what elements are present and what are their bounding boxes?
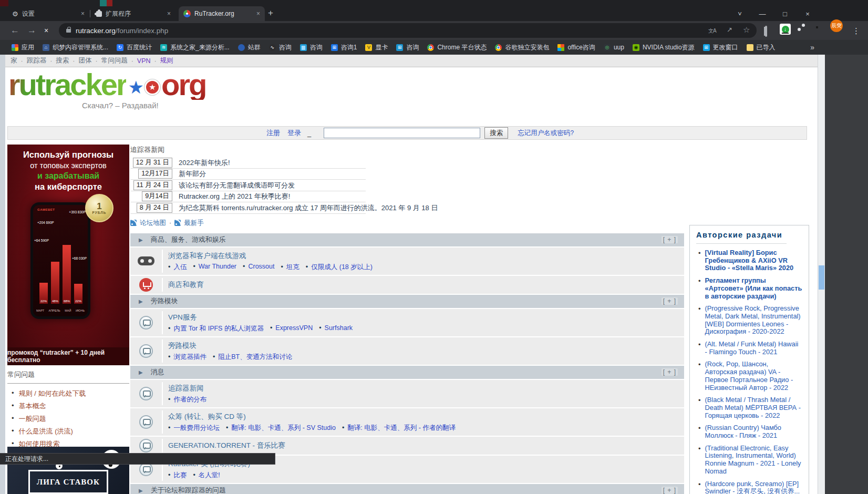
release-link[interactable]: [Virtual Reality] Борис Гребенщиков & AX… xyxy=(705,249,802,272)
forum-link[interactable]: 浏览器和客户端在线游戏 xyxy=(168,252,246,260)
subforum-link[interactable]: 入伍 xyxy=(173,263,187,271)
bookmark-item[interactable]: ↻ 百度统计 xyxy=(112,42,156,53)
lock-icon[interactable] xyxy=(66,29,71,33)
page-scrollbar[interactable] xyxy=(818,55,825,494)
chevron-down-icon[interactable]: ˅ xyxy=(736,10,744,18)
subforum-link[interactable]: Crossout xyxy=(248,263,274,270)
bookmark-item[interactable]: 应用 xyxy=(7,42,38,53)
category-header[interactable]: ▶ 商品、服务、游戏和娱乐 [ + ] xyxy=(130,233,684,246)
release-link[interactable]: (Progressive Rock, Progressive Metal, Da… xyxy=(705,305,802,336)
forgot-password-link[interactable]: 忘记用户名或密码? xyxy=(518,129,574,138)
release-link[interactable]: (Traditional Electronic, Easy Listening,… xyxy=(705,445,802,476)
bookmark-item[interactable]: Chrome 平台状态 xyxy=(423,42,491,53)
close-icon[interactable]: × xyxy=(256,10,260,17)
expand-button[interactable]: [ + ] xyxy=(662,487,678,494)
bookmark-item[interactable]: ⊞ 咨询 xyxy=(392,42,423,53)
forum-link[interactable]: 商店和教育 xyxy=(168,281,204,289)
subforum-link[interactable]: ExpressVPN xyxy=(275,324,313,332)
subforum-link[interactable]: 翻译: 电影、卡通、系列 - SV Studio xyxy=(231,424,336,431)
scrollbar-thumb[interactable] xyxy=(819,265,824,290)
forum-link[interactable]: 追踪器新闻 xyxy=(168,384,204,392)
subforum-link[interactable]: 阻止BT、变通方法和讨论 xyxy=(218,353,292,361)
subforum-link[interactable]: 仅限成人 (18 岁以上) xyxy=(311,263,373,271)
category-header[interactable]: ▶ 旁路模块 [ + ] xyxy=(130,295,684,308)
nav-link[interactable]: 搜索 xyxy=(56,56,69,65)
newbie-link[interactable]: 最新手 xyxy=(184,219,204,228)
download-manager-extension-icon[interactable]: ↓ xyxy=(780,25,791,36)
browser-menu-icon[interactable]: ⋮ xyxy=(852,26,860,36)
release-link[interactable]: (Black Metal / Thrash Metal / Death Meta… xyxy=(705,396,802,419)
release-link[interactable]: (Hardcore punk, Screamo) [EP] Swindler -… xyxy=(705,480,802,494)
bookmark-item[interactable]: ∿ 咨询 xyxy=(265,42,296,53)
news-link[interactable]: 2022年新年快乐! xyxy=(179,159,230,167)
bookmark-star-icon[interactable]: ☆ xyxy=(743,25,750,35)
bookmark-item[interactable]: ⊞ 更改窗口 xyxy=(699,42,742,53)
bookmark-item[interactable]: ◉ NVIDIA studio资源 xyxy=(628,42,699,53)
subforum-link[interactable]: 坦克 xyxy=(286,263,299,271)
bookmark-item[interactable]: ▆ 咨询 xyxy=(296,42,327,53)
close-icon[interactable]: × xyxy=(167,10,171,17)
maximize-button[interactable]: □ xyxy=(781,10,789,18)
bookmark-item[interactable]: ⌂ 织梦内容管理系统... xyxy=(38,42,112,53)
bookmark-item[interactable]: ⊞ 咨询1 xyxy=(327,42,361,53)
forum-link[interactable]: 众筹 (转让、购买 CD 等) xyxy=(168,413,246,420)
side-panel-icon[interactable] xyxy=(765,27,767,36)
bookmark-item[interactable]: V 显卡 xyxy=(361,42,392,53)
news-link[interactable]: 为纪念莫斯科 torrents.ru/rutracker.org 成立 17 周… xyxy=(179,204,438,212)
forum-link[interactable]: GENERATION.TORRENT - 音乐比赛 xyxy=(168,441,285,449)
release-link[interactable]: (Alt. Metal / Funk Metal) Hawaii - Flami… xyxy=(705,341,802,356)
release-link[interactable]: Регламент группы «Артсовет» (Или как поп… xyxy=(705,277,802,300)
nav-link[interactable]: 家 xyxy=(11,56,17,65)
category-header[interactable]: ▶ 关于论坛和跟踪器的问题 [ + ] xyxy=(130,484,684,494)
faq-link[interactable]: 基本概念 xyxy=(19,402,46,411)
bookmark-item[interactable]: 站群 xyxy=(234,42,265,53)
subforum-link[interactable]: 作者的分布 xyxy=(173,396,206,403)
minimize-button[interactable]: — xyxy=(758,10,767,18)
expand-button[interactable]: [ + ] xyxy=(662,368,678,376)
subforum-link[interactable]: Surfshark xyxy=(325,324,353,332)
share-icon[interactable]: ↗ xyxy=(727,26,732,34)
tab-rutracker[interactable]: RuTracker.org × xyxy=(179,6,265,21)
address-bar[interactable]: rutracker.org /forum/index.php xyxy=(59,23,757,38)
news-link[interactable]: 该论坛有部分无需翻译成俄语即可分发 xyxy=(179,181,295,189)
bookmark-item[interactable]: 已导入 xyxy=(742,42,780,53)
tab-extensions[interactable]: 扩展程序 × xyxy=(91,6,175,21)
nav-link[interactable]: 常问问题 xyxy=(101,56,128,65)
nav-link[interactable]: 跟踪器 xyxy=(27,56,47,65)
subforum-link[interactable]: 名人堂! xyxy=(199,471,220,479)
search-input[interactable] xyxy=(324,128,480,138)
search-button[interactable]: 搜索 xyxy=(484,127,508,139)
close-icon[interactable]: × xyxy=(81,10,85,17)
subforum-link[interactable]: 浏览器插件 xyxy=(173,353,206,361)
forum-link[interactable]: VPN服务 xyxy=(168,313,197,321)
back-button[interactable]: ← xyxy=(11,25,19,36)
bookmark-item[interactable]: 谷歌独立安装包 xyxy=(491,42,553,53)
bookmark-item[interactable]: ≋ 系统之家_来源分析... xyxy=(156,42,234,53)
nav-link[interactable]: VPN xyxy=(137,57,151,65)
faq-link[interactable]: 什么是洪流 (洪流) xyxy=(19,427,73,436)
expand-button[interactable]: [ + ] xyxy=(662,297,678,305)
expand-button[interactable]: [ + ] xyxy=(662,236,678,243)
site-logo[interactable]: rutracker ★ ★ org Скачал? – Раздавай! xyxy=(8,69,205,110)
release-link[interactable]: (Russian Country) Чамбо Моллюск - Пляж -… xyxy=(705,424,802,439)
news-link[interactable]: 新年部分 xyxy=(179,170,206,178)
news-link[interactable]: Rutracker.org 上的 2021 年秋季比赛! xyxy=(179,192,290,200)
nav-link[interactable]: 规则 xyxy=(160,56,173,65)
register-link[interactable]: 注册 xyxy=(266,128,280,138)
faq-link[interactable]: 一般问题 xyxy=(19,414,46,424)
subforum-link[interactable]: 内置 Tor 和 IPFS 的私人浏览器 xyxy=(173,325,264,332)
profile-avatar[interactable]: 辰突 xyxy=(830,19,843,32)
login-link[interactable]: 登录 xyxy=(287,128,301,138)
cybersport-ad-banner[interactable]: Используй прогнозы от топовых экспертов … xyxy=(7,145,129,365)
bookmark-item[interactable]: office咨询 xyxy=(553,42,599,53)
subforum-link[interactable]: 翻译: 电影、卡通、系列 - 作者的翻译 xyxy=(347,424,456,431)
bookmarks-overflow-chevron[interactable]: » xyxy=(810,43,814,52)
new-tab-button[interactable]: + xyxy=(268,8,273,18)
faq-link[interactable]: 规则 / 如何在此处下载 xyxy=(19,389,86,398)
release-link[interactable]: (Rock, Pop, Шансон, Авторская раздача) V… xyxy=(705,361,802,392)
subforum-link[interactable]: 比赛 xyxy=(173,471,187,479)
bookmark-item[interactable]: ◎ uup xyxy=(600,42,628,53)
category-header[interactable]: ▶ 消息 [ + ] xyxy=(130,366,684,379)
tab-settings[interactable]: ⚙ 设置 × xyxy=(7,6,89,21)
forum-link[interactable]: 旁路模块 xyxy=(168,342,197,349)
